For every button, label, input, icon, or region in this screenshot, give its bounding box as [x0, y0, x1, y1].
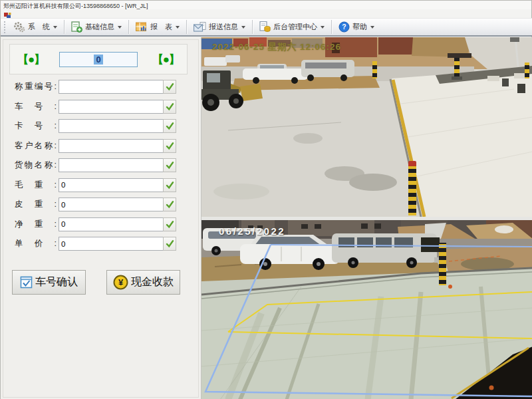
chevron-down-icon	[370, 26, 374, 29]
field-label: 皮重:	[15, 199, 57, 210]
field-label: 车号:	[15, 101, 57, 112]
svg-text:¥: ¥	[118, 277, 124, 287]
main-area: 【●】 0 【●】 称重编号: 车号:	[1, 37, 532, 399]
form-field-row: 单价:	[1, 237, 201, 251]
camera-feed-scene	[201, 37, 532, 217]
toolbar-separator	[186, 20, 187, 34]
camera-feed-scene	[201, 220, 532, 399]
field-label: 单价:	[15, 238, 57, 249]
document-add-icon	[71, 21, 82, 33]
check-icon	[166, 82, 174, 91]
toolbar-grip	[4, 21, 7, 33]
field-input[interactable]	[59, 217, 164, 231]
check-icon	[166, 239, 174, 248]
title-bar: 郑州迈阳计算机科技有限公司-13598868650 - [WR_JL]	[1, 1, 531, 9]
field-confirm-check-button[interactable]	[163, 237, 176, 251]
field-input[interactable]	[59, 237, 164, 251]
database-document-icon	[259, 21, 271, 33]
field-confirm-check-button[interactable]	[163, 100, 176, 114]
field-input[interactable]	[59, 119, 164, 133]
toolbar-separator	[64, 20, 65, 34]
camera-feed-bottom: 06/25/2022	[201, 220, 532, 399]
gears-icon	[13, 21, 25, 33]
toolbar-item-basic-info[interactable]: 基础信息	[66, 19, 126, 35]
toolbar-item-help[interactable]: ? 帮助	[334, 19, 379, 35]
field-confirm-check-button[interactable]	[163, 217, 176, 231]
form-field-row: 净重:	[1, 217, 201, 231]
camera-feed-top: 2022-06-25 星期六 12:06:26	[201, 37, 532, 217]
weight-display-input[interactable]: 0	[59, 52, 138, 67]
toolbar-separator	[252, 20, 253, 34]
camera-timestamp: 2022-06-25 星期六 12:06:26	[212, 41, 341, 53]
window-title: 郑州迈阳计算机科技有限公司-13598868650 - [WR_JL]	[3, 3, 148, 9]
field-confirm-check-button[interactable]	[163, 80, 176, 94]
form-field-row: 称重编号:	[1, 80, 201, 94]
vehicle-confirm-button[interactable]: 车号确认	[12, 270, 86, 295]
yuan-coin-icon: ¥	[113, 275, 128, 290]
weight-display-value: 0	[94, 55, 102, 65]
chevron-down-icon	[176, 26, 180, 29]
chevron-down-icon	[53, 26, 57, 29]
help-icon: ?	[338, 21, 350, 33]
field-input[interactable]	[59, 80, 164, 94]
field-input[interactable]	[59, 100, 164, 114]
status-indicator-right: 【●】	[152, 52, 180, 67]
field-input[interactable]	[59, 139, 164, 153]
check-icon	[166, 200, 174, 209]
toolbar-item-label: 帮助	[352, 22, 367, 32]
field-label: 客户名称:	[15, 140, 57, 152]
field-label: 货物名称:	[15, 160, 57, 171]
toolbar-item-admin-center[interactable]: 后台管理中心	[255, 19, 329, 35]
toolbar-item-system[interactable]: 系 统	[9, 19, 62, 35]
check-icon	[166, 142, 174, 150]
chevron-down-icon	[321, 26, 325, 29]
main-toolbar: 系 统 基础信息	[1, 18, 532, 37]
toolbar-separator	[331, 20, 332, 34]
weighbridge-app-window: 郑州迈阳计算机科技有限公司-13598868650 - [WR_JL] 系 统	[0, 0, 532, 399]
check-icon	[166, 181, 174, 190]
field-input[interactable]	[59, 178, 164, 192]
form-field-row: 皮重:	[1, 198, 201, 211]
form-field-row: 货物名称:	[1, 158, 201, 172]
field-input[interactable]	[59, 198, 164, 211]
check-icon	[166, 102, 174, 111]
form-field-row: 卡号:	[1, 119, 201, 133]
toolbar-item-label: 后台管理中心	[273, 22, 317, 32]
check-icon	[166, 161, 174, 170]
field-label: 称重编号:	[15, 81, 57, 92]
toolbar-separator	[128, 20, 129, 34]
camera-panel: 2022-06-25 星期六 12:06:26	[201, 37, 532, 399]
toolbar-item-label: 基础信息	[85, 22, 114, 32]
toolbar-item-reports[interactable]: 报 表	[131, 20, 184, 35]
field-label: 净重:	[15, 219, 57, 230]
check-icon	[166, 122, 174, 130]
camera-timestamp: 06/25/2022	[219, 225, 285, 237]
checkbox-icon	[20, 276, 33, 289]
form-field-row: 毛重:	[1, 178, 201, 192]
cash-payment-button[interactable]: ¥ 现金收款	[106, 270, 180, 295]
field-confirm-check-button[interactable]	[163, 158, 176, 172]
mail-document-icon	[194, 22, 206, 33]
report-chart-icon	[136, 22, 148, 33]
toolbar-item-submit-info[interactable]: 报送信息	[189, 20, 250, 35]
form-fields: 称重编号: 车号: 卡号:	[1, 80, 201, 257]
field-confirm-check-button[interactable]	[163, 139, 176, 153]
svg-text:?: ?	[342, 23, 346, 31]
vehicle-confirm-label: 车号确认	[35, 275, 78, 289]
field-input[interactable]	[59, 158, 164, 172]
cash-payment-label: 现金收款	[131, 275, 174, 289]
chevron-down-icon	[241, 26, 245, 29]
chevron-down-icon	[118, 26, 122, 29]
status-indicator-left: 【●】	[17, 52, 45, 67]
toolbar-item-label: 系 统	[28, 22, 50, 32]
form-field-row: 车号:	[1, 100, 201, 114]
toolbar-item-label: 报 表	[150, 22, 172, 32]
form-field-row: 客户名称:	[1, 139, 201, 153]
field-confirm-check-button[interactable]	[163, 178, 176, 192]
check-icon	[166, 220, 174, 229]
field-confirm-check-button[interactable]	[163, 198, 176, 211]
field-confirm-check-button[interactable]	[163, 119, 176, 133]
field-label: 卡号:	[15, 120, 57, 132]
weight-display-group: 【●】 0 【●】	[9, 44, 188, 74]
field-label: 毛重:	[15, 180, 57, 191]
